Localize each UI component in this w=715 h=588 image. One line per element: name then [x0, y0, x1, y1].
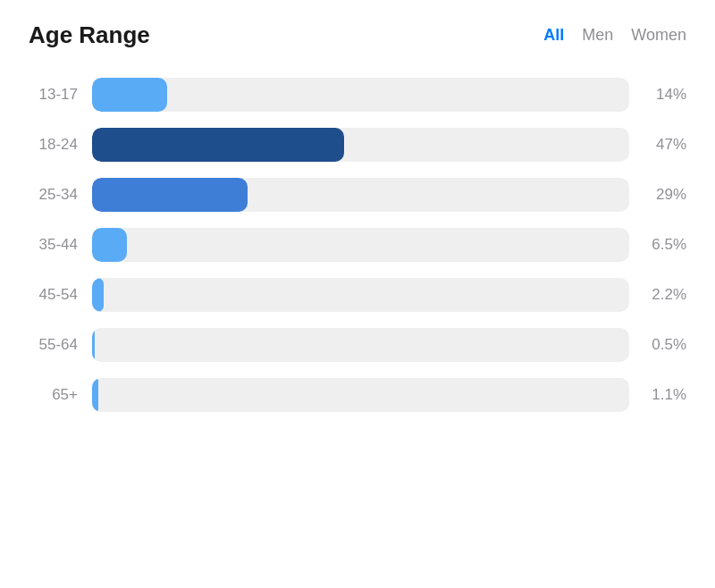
row-label: 65+: [29, 386, 78, 404]
bar-track: [92, 178, 629, 212]
row-value: 14%: [644, 86, 686, 104]
chart-row: 25-3429%: [29, 178, 686, 212]
age-range-widget: Age Range AllMenWomen 13-1714%18-2447%25…: [29, 21, 686, 412]
row-label: 13-17: [29, 86, 78, 104]
bar-track: [92, 228, 629, 262]
filter-btn-women[interactable]: Women: [631, 26, 686, 45]
bar-fill: [92, 328, 95, 362]
bar-track: [92, 328, 629, 362]
bar-fill: [92, 178, 248, 212]
bar-fill: [92, 278, 104, 312]
widget-title: Age Range: [29, 21, 150, 49]
chart-row: 65+1.1%: [29, 378, 686, 412]
chart-row: 18-2447%: [29, 128, 686, 162]
chart-row: 55-640.5%: [29, 328, 686, 362]
bar-track: [92, 128, 629, 162]
row-value: 0.5%: [644, 336, 686, 354]
chart-rows: 13-1714%18-2447%25-3429%35-446.5%45-542.…: [29, 78, 686, 412]
row-label: 45-54: [29, 286, 78, 304]
bar-fill: [92, 228, 127, 262]
row-value: 47%: [644, 136, 686, 154]
row-value: 29%: [644, 186, 686, 204]
filter-btn-men[interactable]: Men: [582, 26, 613, 45]
filter-group: AllMenWomen: [543, 26, 686, 45]
row-label: 55-64: [29, 336, 78, 354]
bar-track: [92, 278, 629, 312]
row-value: 6.5%: [644, 236, 686, 254]
bar-track: [92, 78, 629, 112]
row-label: 18-24: [29, 136, 78, 154]
row-label: 25-34: [29, 186, 78, 204]
chart-row: 35-446.5%: [29, 228, 686, 262]
widget-header: Age Range AllMenWomen: [29, 21, 686, 49]
row-value: 2.2%: [644, 286, 686, 304]
filter-btn-all[interactable]: All: [543, 26, 564, 45]
chart-row: 45-542.2%: [29, 278, 686, 312]
bar-fill: [92, 78, 167, 112]
bar-fill: [92, 378, 98, 412]
row-label: 35-44: [29, 236, 78, 254]
bar-fill: [92, 128, 344, 162]
row-value: 1.1%: [644, 386, 686, 404]
chart-row: 13-1714%: [29, 78, 686, 112]
bar-track: [92, 378, 629, 412]
